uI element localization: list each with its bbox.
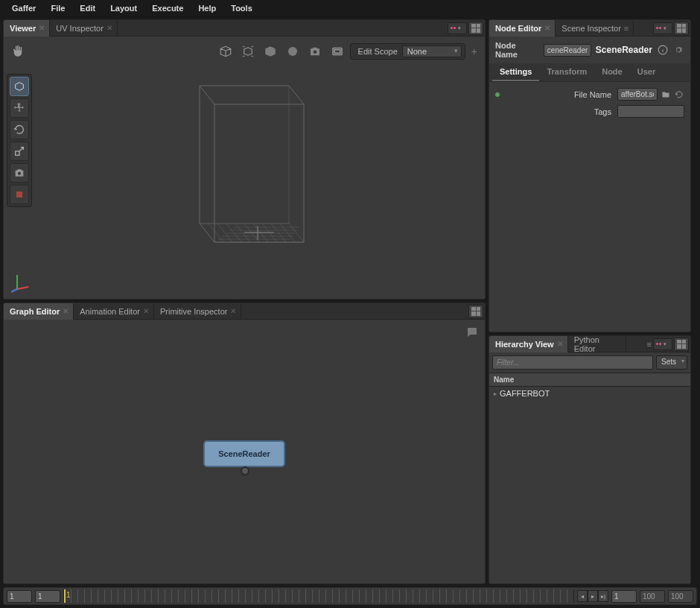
menu-help[interactable]: Help <box>191 4 223 13</box>
playhead[interactable] <box>64 589 66 603</box>
subtab-transform[interactable]: Transform <box>539 63 594 81</box>
menu-tools[interactable]: Tools <box>223 4 260 13</box>
pin-selector[interactable]: ▾ <box>653 22 672 34</box>
tab-label: Primitive Inspector <box>160 307 227 316</box>
list-item[interactable]: ▸ GAFFERBOT <box>489 387 690 400</box>
tags-input[interactable] <box>617 105 684 118</box>
tab-label: UV Inspector <box>56 24 104 33</box>
in-frame-input[interactable] <box>35 590 60 603</box>
tab-uv-inspector[interactable]: UV Inspector✕ <box>50 20 118 37</box>
close-icon[interactable]: ✕ <box>39 24 45 32</box>
next-key-button[interactable]: ▸| <box>598 590 608 602</box>
file-name-input[interactable] <box>617 88 658 101</box>
tab-scene-inspector[interactable]: Scene Inspector≡ <box>556 20 634 37</box>
tags-label: Tags <box>503 107 614 116</box>
tab-label: Viewer <box>10 24 36 33</box>
start-frame-input[interactable] <box>7 590 32 603</box>
info-icon[interactable] <box>657 44 669 56</box>
playhead-label: 1 <box>66 591 71 599</box>
close-icon[interactable]: ✕ <box>557 340 563 348</box>
tab-label: Scene Inspector <box>561 24 621 33</box>
layout-split-icon[interactable] <box>674 338 689 351</box>
file-name-label: File Name <box>503 90 614 99</box>
node-editor-panel: Node Editor✕ Scene Inspector≡ ▾ Node Nam… <box>489 19 691 332</box>
tab-primitive-inspector[interactable]: Primitive Inspector✕ <box>154 303 241 320</box>
layout-split-icon[interactable] <box>674 22 689 35</box>
tab-label: Animation Editor <box>80 307 140 316</box>
tab-label: Graph Editor <box>10 307 60 316</box>
pin-selector[interactable]: ▾ <box>653 338 672 350</box>
timeline: 1 ◂ ▸ ▸| <box>3 587 697 605</box>
current-frame-input[interactable] <box>611 590 637 603</box>
menu-file[interactable]: File <box>43 4 72 13</box>
end-frame-input[interactable] <box>668 590 693 603</box>
node-name-input[interactable] <box>544 44 591 57</box>
sets-dropdown[interactable]: Sets <box>656 355 687 370</box>
viewer-panel: Viewer✕ UV Inspector✕ ▾ <box>3 19 486 300</box>
pin-selector[interactable]: ▾ <box>448 22 467 34</box>
node-type: SceneReader <box>596 45 652 55</box>
close-icon[interactable]: ✕ <box>544 24 550 32</box>
reload-icon[interactable] <box>674 89 684 100</box>
layout-split-icon[interactable] <box>468 22 483 35</box>
node-name-label: Node Name <box>495 41 539 59</box>
item-label: GAFFERBOT <box>500 389 550 398</box>
subtab-user[interactable]: User <box>630 63 663 81</box>
menu-lines-icon: ≡ <box>624 24 629 33</box>
close-icon[interactable]: ✕ <box>143 307 149 315</box>
prev-key-button[interactable]: ◂ <box>577 590 588 602</box>
menu-layout[interactable]: Layout <box>103 4 144 13</box>
svg-line-7 <box>17 287 28 289</box>
graph-editor-panel: Graph Editor✕ Animation Editor✕ Primitiv… <box>3 303 486 584</box>
column-header-name[interactable]: Name <box>489 373 690 387</box>
app-name: Gaffer <box>4 4 43 13</box>
tab-hierarchy-view[interactable]: Hierarchy View✕ <box>489 336 568 352</box>
axis-gizmo[interactable] <box>10 270 32 293</box>
annotations-icon[interactable] <box>465 326 479 341</box>
subtab-node[interactable]: Node <box>594 63 630 81</box>
menu-edit[interactable]: Edit <box>72 4 103 13</box>
out-frame-input[interactable] <box>640 590 665 603</box>
play-button[interactable]: ▸ <box>588 590 598 602</box>
graph-canvas[interactable]: SceneReader <box>4 320 485 583</box>
tab-viewer[interactable]: Viewer✕ <box>4 20 50 37</box>
svg-line-9 <box>11 289 17 292</box>
folder-icon[interactable] <box>661 89 671 100</box>
tab-graph-editor[interactable]: Graph Editor✕ <box>4 303 74 320</box>
viewport[interactable] <box>4 37 485 299</box>
hierarchy-panel: Hierarchy View✕ Python Editor ≡ ▾ Sets N… <box>489 335 691 584</box>
timeline-ticks[interactable]: 1 <box>63 589 574 603</box>
close-icon[interactable]: ✕ <box>230 307 236 315</box>
gear-icon[interactable] <box>672 44 684 56</box>
close-icon[interactable]: ✕ <box>106 24 112 32</box>
close-icon[interactable]: ✕ <box>63 307 69 315</box>
tab-label: Python Editor <box>574 336 621 352</box>
menu-lines-icon[interactable]: ≡ <box>646 340 653 349</box>
expand-icon[interactable]: ▸ <box>494 390 497 397</box>
node-output-port[interactable] <box>241 466 249 475</box>
tab-animation-editor[interactable]: Animation Editor✕ <box>74 303 154 320</box>
filter-input[interactable] <box>492 355 653 370</box>
menu-execute[interactable]: Execute <box>144 4 191 13</box>
subtab-settings[interactable]: Settings <box>492 63 539 81</box>
tab-label: Hierarchy View <box>495 340 554 349</box>
layout-split-icon[interactable] <box>468 305 483 318</box>
enabled-dot-icon <box>495 92 500 97</box>
tab-python-editor[interactable]: Python Editor <box>568 336 626 352</box>
tab-node-editor[interactable]: Node Editor✕ <box>489 20 556 37</box>
tab-label: Node Editor <box>495 24 541 33</box>
scene-reader-node[interactable]: SceneReader <box>203 440 285 467</box>
